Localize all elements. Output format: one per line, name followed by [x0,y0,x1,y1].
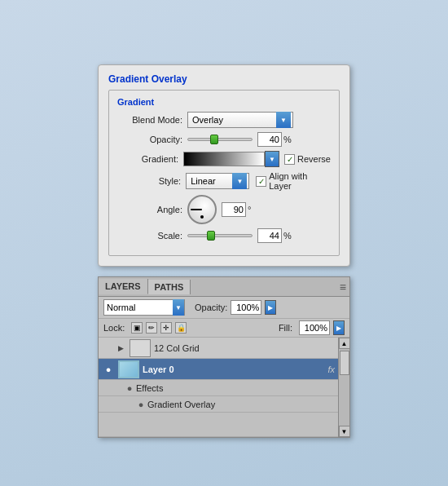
table-row[interactable]: ● ▶ 12 Col Grid [99,338,338,359]
list-item: ● Gradient Overlay [99,396,338,413]
style-label: Style: [117,176,181,186]
layers-blend-dropdown[interactable]: Normal ▼ [103,299,185,316]
opacity-label: Opacity: [117,135,182,144]
tab-paths[interactable]: PATHS [148,280,191,294]
layers-opacity-input[interactable] [231,300,261,315]
blend-mode-row: Blend Mode: Overlay ▼ [117,112,331,128]
gradient-swatch-container: ▼ [183,151,279,167]
angle-row: Angle: 90 ° [117,195,331,224]
tab-layers[interactable]: LAYERS [99,279,148,294]
layers-panel: LAYERS PATHS ≡ Normal ▼ Opacity: ▶ Lock:… [98,276,350,438]
lock-label: Lock: [103,323,125,333]
align-with-layer-label: Align with Layer [269,171,331,191]
layer-thumbnail [118,360,139,378]
lock-move-icon[interactable]: ✛ [160,322,172,334]
scrollbar[interactable]: ▲ ▼ [338,338,349,437]
angle-hand [191,209,202,210]
gradient-section: Gradient Blend Mode: Overlay ▼ Opacity: … [108,90,340,256]
play-icon[interactable]: ▶ [115,342,126,354]
gradient-row: Gradient: ▼ ✓ Reverse [117,151,331,167]
reverse-checkbox[interactable]: ✓ [284,154,295,165]
gradient-swatch-arrow-icon[interactable]: ▼ [265,151,279,167]
gradient-overlay-label: Gradient Overlay [147,400,215,409]
empty-layer-space [99,413,338,437]
style-dropdown[interactable]: Linear ▼ [186,173,249,189]
style-value: Linear [188,176,231,186]
scale-slider[interactable] [187,230,253,241]
layers-rows-area: ● ▶ 12 Col Grid ● Layer 0 fx ● Effects ●… [99,338,338,437]
layer-thumbnail [130,339,151,357]
fill-arrow-icon[interactable]: ▶ [333,320,345,335]
layer-name: 12 Col Grid [154,343,335,353]
fill-input[interactable] [299,320,330,335]
scroll-thumb[interactable] [340,351,349,375]
reverse-label: Reverse [297,154,331,164]
align-with-layer-container: ✓ Align with Layer [256,171,331,191]
blend-mode-value: Overlay [190,115,275,125]
opacity-unit: % [283,135,292,144]
fill-label: Fill: [279,323,292,333]
gradient-overlay-panel: Gradient Overlay Gradient Blend Mode: Ov… [98,64,350,267]
angle-label: Angle: [117,205,182,214]
layers-controls: Normal ▼ Opacity: ▶ [99,297,349,319]
reverse-checkbox-container: ✓ Reverse [284,154,331,165]
layers-blend-value: Normal [104,303,171,312]
scale-unit: % [283,231,292,241]
panel-title: Gradient Overlay [108,73,340,85]
gradient-section-title: Gradient [117,97,331,107]
layers-opacity-label: Opacity: [195,303,227,312]
gradient-label: Gradient: [117,154,178,164]
scale-label: Scale: [117,231,182,241]
scale-thumb[interactable] [207,231,215,241]
align-with-layer-checkbox[interactable]: ✓ [256,176,266,187]
angle-unit: ° [248,205,251,214]
angle-input[interactable]: 90 [222,202,246,217]
scroll-up-icon[interactable]: ▲ [339,338,350,349]
eye-icon[interactable]: ● [102,342,115,355]
lock-paint-icon[interactable]: ✏ [146,322,157,334]
table-row[interactable]: ● Layer 0 fx [99,359,338,380]
opacity-thumb[interactable] [210,135,218,144]
layers-lock-row: Lock: ▣ ✏ ✛ 🔒 Fill: ▶ [99,319,349,338]
fx-badge: fx [327,364,335,374]
blend-mode-dropdown[interactable]: Overlay ▼ [187,112,293,128]
style-row: Style: Linear ▼ ✓ Align with Layer [117,171,331,191]
opacity-track [187,138,253,141]
lock-all-icon[interactable]: 🔒 [175,322,187,334]
gradient-swatch[interactable] [183,152,265,166]
layers-opacity-arrow-icon[interactable]: ▶ [265,300,276,315]
blend-mode-arrow-icon[interactable]: ▼ [276,112,291,128]
layer-name: Layer 0 [143,364,324,374]
opacity-row: Opacity: 40 % [117,132,331,147]
scale-input[interactable]: 44 [257,228,282,243]
layers-header: LAYERS PATHS ≡ [99,277,349,297]
effects-label: Effects [136,383,163,393]
eye-icon[interactable]: ● [123,382,136,395]
opacity-slider[interactable] [187,134,253,145]
scale-row: Scale: 44 % [117,228,331,243]
blend-mode-label: Blend Mode: [117,115,182,125]
eye-icon[interactable]: ● [134,398,147,411]
angle-dot [200,215,204,219]
layers-blend-arrow-icon[interactable]: ▼ [173,299,184,316]
lock-transparent-icon[interactable]: ▣ [131,322,143,334]
opacity-input[interactable]: 40 [257,132,282,147]
scroll-down-icon[interactable]: ▼ [339,426,350,437]
layers-menu-icon[interactable]: ≡ [340,281,346,294]
angle-dial[interactable] [187,195,217,224]
layer-rows-container: ● ▶ 12 Col Grid ● Layer 0 fx ● Effects ●… [99,338,349,437]
style-arrow-icon[interactable]: ▼ [232,173,247,189]
scale-track [187,234,253,237]
list-item: ● Effects [99,380,338,396]
eye-icon[interactable]: ● [102,363,115,376]
